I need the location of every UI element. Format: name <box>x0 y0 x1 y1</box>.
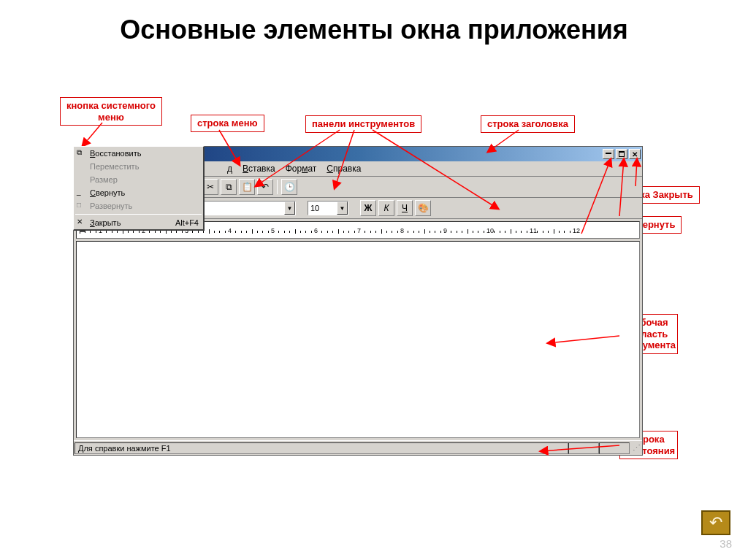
menu-maximize[interactable]: □Развернуть <box>74 199 203 212</box>
separator <box>277 180 278 194</box>
slide-number: 38 <box>720 537 732 550</box>
u-turn-icon: ↶ <box>709 513 722 532</box>
italic-button[interactable]: К <box>378 200 394 216</box>
italic-icon: К <box>383 203 389 213</box>
ruler-mark: 4 <box>228 227 232 234</box>
menu-size[interactable]: Размер <box>74 173 203 186</box>
ruler-mark: 9 <box>443 227 447 234</box>
clipboard-icon: 📋 <box>242 182 253 192</box>
document-area[interactable] <box>76 241 640 438</box>
underline-button[interactable]: Ч <box>397 200 413 216</box>
shortcut-label: Alt+F4 <box>175 218 199 227</box>
color-button[interactable]: 🎨 <box>415 200 431 216</box>
undo-icon: ↶ <box>262 182 269 192</box>
label-toolbars: панели инструментов <box>305 115 421 133</box>
minimize-button[interactable] <box>603 149 614 159</box>
ruler-mark: 5 <box>271 227 275 234</box>
cut-button[interactable]: ✂ <box>202 179 218 195</box>
menu-insert[interactable]: Вставка <box>238 163 280 174</box>
ruler-mark: 8 <box>400 227 404 234</box>
menu-view-partial[interactable]: д <box>223 163 237 174</box>
menu-divider <box>75 214 202 215</box>
menu-restore[interactable]: ⧉Восстановить <box>74 147 203 160</box>
menu-help[interactable]: Справка <box>322 163 365 174</box>
system-menu: ⧉Восстановить Переместить Размер _Сверну… <box>73 146 205 231</box>
datetime-button[interactable]: 🕒 <box>281 179 297 195</box>
date-icon: 🕒 <box>284 182 295 192</box>
status-cell-1 <box>568 442 599 454</box>
svg-line-0 <box>83 123 102 146</box>
resize-grip-icon[interactable]: ⋰ <box>630 443 641 453</box>
paste-button[interactable]: 📋 <box>239 179 255 195</box>
bold-icon: Ж <box>365 203 373 213</box>
font-size-value: 10 <box>310 204 319 212</box>
maximize-icon <box>619 151 625 157</box>
minimize-icon <box>606 153 611 154</box>
status-text: Для справки нажмите F1 <box>75 442 568 454</box>
slide-return-button[interactable]: ↶ <box>701 510 730 535</box>
label-system-menu: кнопка системного меню <box>60 97 162 126</box>
scissors-icon: ✂ <box>207 182 214 192</box>
label-menu-bar: строка меню <box>191 115 264 132</box>
ruler-mark: 11 <box>530 227 537 234</box>
label-title-bar: строка заголовка <box>481 115 575 133</box>
minimize-icon: _ <box>77 188 81 196</box>
copy-button[interactable]: ⧉ <box>221 179 237 195</box>
font-size-combo[interactable]: 10 ▼ <box>308 201 348 215</box>
ruler-mark: 7 <box>357 227 361 234</box>
page-title: Основные элементы окна приложения <box>0 0 748 45</box>
close-icon: ✕ <box>77 218 83 226</box>
menu-format[interactable]: Формат <box>281 163 321 174</box>
status-cell-2 <box>599 442 630 454</box>
underline-icon: Ч <box>402 203 408 213</box>
ruler-mark: 12 <box>573 227 580 234</box>
palette-icon: 🎨 <box>418 203 429 213</box>
maximize-button[interactable] <box>616 149 627 159</box>
maximize-icon: □ <box>77 201 81 209</box>
copy-icon: ⧉ <box>226 182 232 192</box>
status-bar: Для справки нажмите F1 ⋰ <box>74 440 642 455</box>
chevron-down-icon[interactable]: ▼ <box>337 202 348 215</box>
ruler-mark: 10 <box>486 227 494 234</box>
bold-button[interactable]: Ж <box>360 200 376 216</box>
close-button[interactable]: ✕ <box>629 149 641 159</box>
restore-icon: ⧉ <box>77 148 82 157</box>
ruler-mark: 6 <box>314 227 318 234</box>
menu-close[interactable]: ✕ЗакрытьAlt+F4 <box>74 216 203 229</box>
menu-minimize[interactable]: _Свернуть <box>74 186 203 199</box>
undo-button[interactable]: ↶ <box>257 179 273 195</box>
chevron-down-icon[interactable]: ▼ <box>284 202 295 215</box>
close-icon: ✕ <box>632 150 638 158</box>
menu-move[interactable]: Переместить <box>74 160 203 173</box>
